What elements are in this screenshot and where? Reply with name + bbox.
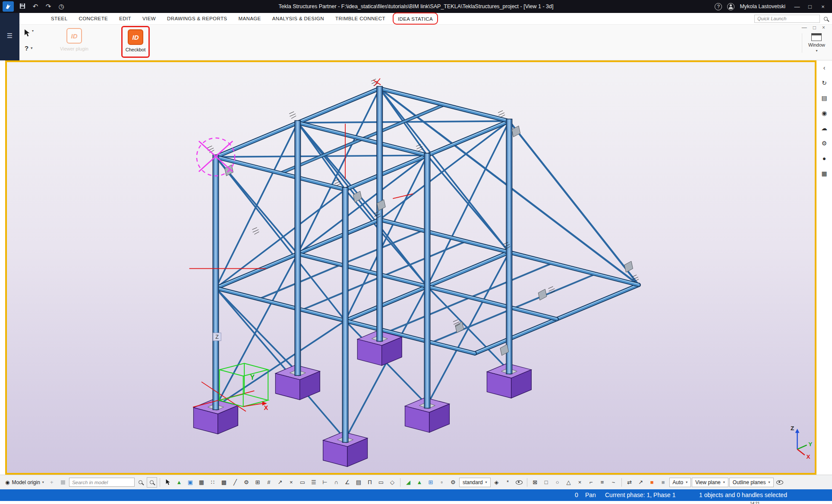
snap-midpoints-button[interactable]: ▭ <box>297 477 308 488</box>
mdi-close-button[interactable]: × <box>822 25 825 31</box>
search-icon[interactable] <box>824 17 828 21</box>
planes-visibility-button[interactable] <box>775 477 785 488</box>
mdi-minimize-button[interactable]: — <box>802 25 807 31</box>
z-marker-label: Z <box>215 334 219 340</box>
snap-intersections-button[interactable]: × <box>286 477 296 488</box>
select-components-button[interactable]: ▣ <box>185 477 195 488</box>
jump-arrow-button[interactable]: ↗ <box>636 477 646 488</box>
snap-grid-button[interactable]: ⊞ <box>252 477 263 488</box>
window-menu-button[interactable]: Window ▾ <box>802 33 825 53</box>
override-circle-button[interactable]: ○ <box>552 477 563 488</box>
model-viewport[interactable]: Y X Z Z Y <box>7 62 815 473</box>
grid-toggle-button[interactable] <box>58 477 68 488</box>
visibility-button[interactable] <box>514 477 524 488</box>
undo-icon[interactable]: ↶ <box>31 3 40 10</box>
snap-settings-button[interactable]: ⚙ <box>448 477 458 488</box>
override-offset-button[interactable]: ≡ <box>597 477 608 488</box>
snap-lines-button[interactable]: ☰ <box>309 477 319 488</box>
override-corner-button[interactable]: ⌐ <box>586 477 596 488</box>
viewer-plugin-button[interactable]: ID Viewer plugin <box>54 28 94 51</box>
tab-manage[interactable]: MANAGE <box>233 14 266 23</box>
workplane-snap-button[interactable]: ⊞ <box>425 477 436 488</box>
grid-square-icon <box>61 480 65 485</box>
select-tool-button[interactable]: ▾ <box>24 29 34 37</box>
view-plane-dropdown[interactable]: View plane▾ <box>692 478 728 487</box>
settings-gear-button[interactable]: ⚙ <box>819 139 829 148</box>
tab-drawings-reports[interactable]: DRAWINGS & REPORTS <box>161 14 233 23</box>
override-cross-button[interactable]: × <box>575 477 585 488</box>
smart-select-button[interactable]: ⚙ <box>241 477 252 488</box>
add-point-button[interactable]: + <box>47 477 57 488</box>
help-tool-button[interactable]: ? ▾ <box>25 44 32 52</box>
cloud-button[interactable]: ☁ <box>819 123 829 133</box>
separator <box>160 478 160 487</box>
collapse-pane-button[interactable]: ‹ <box>819 63 829 72</box>
direct-modification-button[interactable]: ▲ <box>174 477 184 488</box>
tab-concrete[interactable]: CONCRETE <box>73 14 113 23</box>
roof-beams <box>216 88 509 189</box>
layers-button[interactable]: ▤ <box>819 93 829 103</box>
mdi-restore-button[interactable]: □ <box>813 25 816 31</box>
override-curve-button[interactable]: ~ <box>608 477 619 488</box>
measure-button[interactable]: ⇄ <box>624 477 635 488</box>
redo-icon[interactable]: ↷ <box>44 3 53 10</box>
cube-x-axis-label: X <box>264 404 268 411</box>
override-triangle-button[interactable]: △ <box>564 477 574 488</box>
active-color-button[interactable]: ■ <box>647 477 657 488</box>
render-sphere-button[interactable]: ● <box>819 154 829 163</box>
depth-auto-dropdown[interactable]: Auto▾ <box>669 478 691 487</box>
close-button[interactable]: × <box>816 3 829 10</box>
rotation-origin-button[interactable]: ◈ <box>492 477 502 488</box>
inactive-color-button[interactable]: ■ <box>658 477 668 488</box>
model-origin-dropdown[interactable]: ◉ Model origin ▾ <box>3 477 46 488</box>
select-cursor-button[interactable] <box>163 477 173 488</box>
standard-filter-dropdown[interactable]: standard▾ <box>459 478 491 487</box>
create-line-button[interactable]: ╱ <box>230 477 240 488</box>
snap-divisions-button[interactable]: ▤ <box>353 477 364 488</box>
separator <box>621 478 622 487</box>
snap-handles-button[interactable]: ▲ <box>414 477 425 488</box>
snap-angle-button[interactable]: ∠ <box>342 477 353 488</box>
snap-frame-button[interactable]: ▭ <box>376 477 386 488</box>
quick-launch-input[interactable] <box>754 15 820 23</box>
snap-nearest-button[interactable]: ◇ <box>387 477 397 488</box>
tab-trimble-connect[interactable]: TRIMBLE CONNECT <box>330 14 391 23</box>
globe-button[interactable]: ◉ <box>819 108 829 118</box>
override-plane-button[interactable]: □ <box>541 477 552 488</box>
checkbot-button[interactable]: ID Checkbot <box>126 29 145 52</box>
hamburger-menu-icon[interactable]: ☰ <box>7 32 13 60</box>
history-icon[interactable]: ◷ <box>57 3 66 10</box>
snap-reference-grid-button[interactable]: # <box>264 477 274 488</box>
save-icon[interactable] <box>18 3 27 10</box>
tab-idea-statica[interactable]: IDEA STATICA <box>398 16 433 22</box>
search-in-model-input[interactable] <box>69 478 135 487</box>
chevron-down-icon[interactable]: ▾ <box>31 46 32 50</box>
model-view-window[interactable]: Y X Z Z Y <box>5 60 816 475</box>
override-box-button[interactable]: ⊠ <box>530 477 540 488</box>
ortho-button[interactable]: * <box>503 477 513 488</box>
tab-steel[interactable]: STEEL <box>45 14 73 23</box>
snap-endpoints-button[interactable]: ↗ <box>275 477 285 488</box>
search-area-button[interactable] <box>147 477 157 488</box>
select-points-button[interactable]: ∷ <box>208 477 218 488</box>
minimize-button[interactable]: — <box>791 3 804 10</box>
outline-planes-dropdown[interactable]: Outline planes▾ <box>729 478 774 487</box>
triad-y-label: Y <box>808 441 812 447</box>
select-all-button[interactable]: ▩ <box>219 477 229 488</box>
snap-arc-button[interactable]: ∩ <box>331 477 341 488</box>
maximize-button[interactable]: □ <box>804 3 816 10</box>
snap-parts-button[interactable]: ◢ <box>403 477 413 488</box>
select-objects-grid-button[interactable]: ▦ <box>196 477 207 488</box>
snap-reference-points-button[interactable]: ⊢ <box>320 477 330 488</box>
area-snap-button[interactable]: ▫ <box>437 477 447 488</box>
refresh-button[interactable]: ↻ <box>819 78 829 88</box>
tab-view[interactable]: VIEW <box>137 14 161 23</box>
chevron-down-icon[interactable]: ▾ <box>32 29 34 33</box>
snap-perpendicular-button[interactable]: Π <box>365 477 375 488</box>
help-icon[interactable]: ? <box>715 3 722 10</box>
components-button[interactable]: ▦ <box>819 169 829 178</box>
tab-edit[interactable]: EDIT <box>113 14 137 23</box>
user-avatar-icon[interactable] <box>727 3 734 10</box>
tab-analysis-design[interactable]: ANALYSIS & DESIGN <box>267 14 330 23</box>
search-model-button[interactable] <box>136 477 146 488</box>
